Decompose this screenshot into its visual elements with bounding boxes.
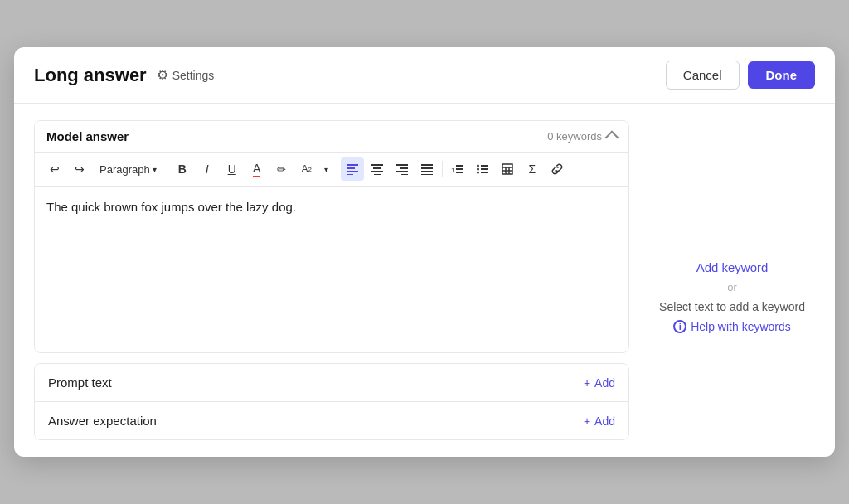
prompt-text-label: Prompt text — [48, 376, 112, 390]
answer-add-label: Add — [594, 414, 615, 428]
settings-link[interactable]: ⚙ Settings — [157, 67, 215, 83]
align-right-button[interactable] — [391, 158, 414, 181]
keywords-badge[interactable]: 0 keywords — [547, 130, 617, 143]
svg-rect-1 — [347, 167, 355, 169]
superscript-dropdown[interactable]: ▾ — [320, 158, 333, 181]
unordered-list-icon — [477, 163, 488, 175]
align-justify-icon — [421, 163, 433, 175]
svg-rect-13 — [421, 167, 433, 169]
svg-rect-9 — [400, 167, 408, 169]
italic-button[interactable]: I — [196, 158, 219, 181]
text-color-icon: A — [253, 162, 260, 177]
header-left: Long answer ⚙ Settings — [34, 65, 214, 86]
superscript-button[interactable]: A2 — [295, 158, 318, 181]
select-keyword-text: Select text to add a keyword — [659, 300, 805, 313]
page-title: Long answer — [34, 65, 147, 86]
ordered-list-button[interactable]: 1. — [446, 158, 469, 181]
undo-button[interactable]: ↩ — [43, 158, 66, 181]
model-answer-title: Model answer — [46, 129, 129, 143]
or-text: or — [727, 281, 737, 293]
table-icon — [502, 163, 513, 175]
keywords-count: 0 keywords — [547, 130, 602, 143]
svg-rect-24 — [481, 168, 488, 170]
svg-rect-26 — [502, 164, 512, 174]
svg-rect-15 — [421, 174, 433, 175]
gear-icon: ⚙ — [157, 67, 168, 83]
ordered-list-icon: 1. — [451, 163, 463, 175]
unordered-list-button[interactable] — [471, 158, 494, 181]
svg-rect-0 — [347, 164, 358, 166]
svg-point-21 — [477, 168, 479, 171]
formula-button[interactable]: Σ — [521, 158, 544, 181]
svg-rect-23 — [481, 165, 488, 167]
link-button[interactable] — [546, 158, 569, 181]
svg-rect-25 — [481, 172, 488, 173]
settings-label: Settings — [172, 69, 215, 82]
toolbar-separator-2 — [337, 161, 337, 177]
prompt-add-label: Add — [594, 376, 615, 390]
info-icon: i — [673, 320, 686, 333]
answer-add-icon: + — [584, 414, 590, 428]
svg-rect-8 — [396, 164, 408, 166]
prompt-text-add-button[interactable]: + Add — [584, 376, 615, 390]
done-button[interactable]: Done — [748, 61, 816, 89]
toolbar-separator-3 — [442, 161, 443, 177]
answer-expectation-label: Answer expectation — [48, 414, 157, 428]
prompt-text-row: Prompt text + Add — [35, 364, 628, 402]
svg-rect-14 — [421, 171, 433, 172]
svg-point-20 — [477, 165, 479, 167]
align-center-button[interactable] — [366, 158, 389, 181]
modal: Long answer ⚙ Settings Cancel Done Model… — [14, 47, 835, 457]
prompt-add-icon: + — [584, 376, 590, 390]
modal-body: Model answer 0 keywords ↩ ↪ Paragraph ▾ — [14, 104, 835, 457]
align-left-button[interactable] — [341, 158, 364, 181]
dropdown-arrow-icon: ▾ — [153, 165, 157, 174]
chevron-up-icon — [605, 131, 619, 145]
svg-rect-12 — [421, 164, 433, 166]
svg-rect-11 — [401, 174, 408, 175]
align-right-icon — [396, 163, 408, 175]
modal-header: Long answer ⚙ Settings Cancel Done — [14, 47, 835, 104]
add-keyword-button[interactable]: Add keyword — [696, 260, 769, 274]
toolbar-separator-1 — [167, 161, 167, 177]
svg-rect-19 — [456, 172, 463, 173]
answer-expectation-add-button[interactable]: + Add — [584, 414, 615, 428]
highlight-button[interactable]: ✏ — [270, 158, 294, 181]
svg-rect-17 — [456, 165, 463, 167]
cancel-button[interactable]: Cancel — [666, 61, 740, 90]
align-left-icon — [347, 163, 358, 175]
align-justify-button[interactable] — [415, 158, 439, 181]
editor-text: The quick brown fox jumps over the lazy … — [46, 200, 296, 214]
underline-button[interactable]: U — [221, 158, 244, 181]
help-keywords-label: Help with keywords — [691, 320, 791, 333]
help-keywords-link[interactable]: i Help with keywords — [673, 320, 791, 333]
svg-rect-10 — [396, 171, 408, 172]
paragraph-dropdown[interactable]: Paragraph ▾ — [93, 160, 163, 179]
svg-rect-6 — [371, 171, 383, 172]
editor-section: Model answer 0 keywords ↩ ↪ Paragraph ▾ — [34, 120, 629, 440]
editor-card: Model answer 0 keywords ↩ ↪ Paragraph ▾ — [34, 120, 629, 353]
header-right: Cancel Done — [666, 61, 815, 90]
svg-rect-3 — [347, 174, 353, 175]
editor-extras: Prompt text + Add Answer expectation + A… — [34, 363, 629, 440]
svg-rect-2 — [347, 171, 358, 172]
text-color-button[interactable]: A — [245, 158, 269, 181]
svg-rect-5 — [373, 167, 381, 169]
svg-point-22 — [477, 172, 479, 174]
answer-expectation-row: Answer expectation + Add — [35, 402, 628, 439]
bold-button[interactable]: B — [171, 158, 194, 181]
modal-overlay: Long answer ⚙ Settings Cancel Done Model… — [0, 0, 849, 504]
svg-text:1.: 1. — [451, 167, 457, 174]
highlight-icon: ✏ — [277, 163, 286, 176]
align-center-icon — [371, 163, 383, 175]
svg-rect-4 — [371, 164, 383, 166]
editor-content-area[interactable]: The quick brown fox jumps over the lazy … — [35, 187, 628, 352]
link-icon — [551, 163, 563, 175]
svg-rect-7 — [374, 174, 381, 175]
editor-toolbar: ↩ ↪ Paragraph ▾ B I U A — [35, 153, 628, 187]
table-button[interactable] — [496, 158, 519, 181]
keyword-sidebar: Add keyword or Select text to add a keyw… — [649, 120, 815, 440]
editor-card-header: Model answer 0 keywords — [35, 121, 628, 153]
redo-button[interactable]: ↪ — [68, 158, 91, 181]
paragraph-label: Paragraph — [99, 163, 150, 176]
